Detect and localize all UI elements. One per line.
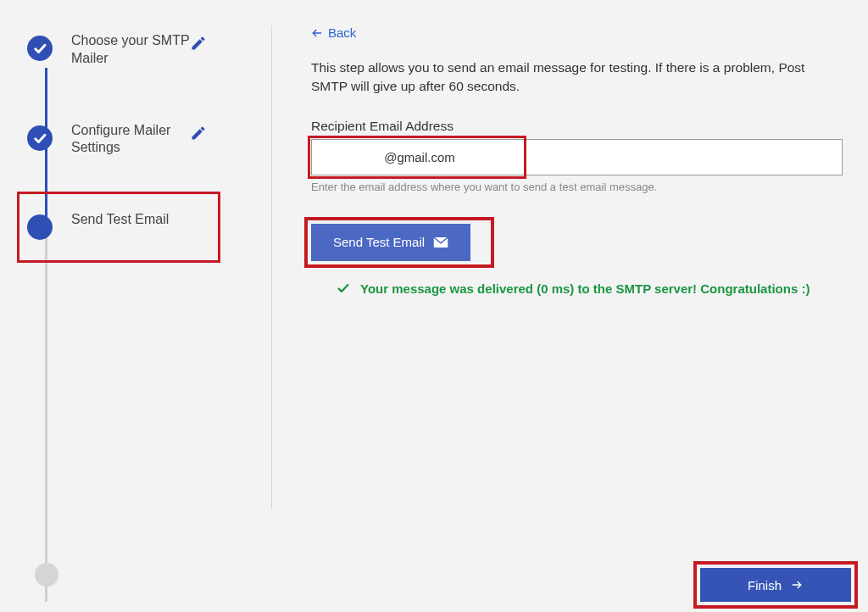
check-icon — [27, 36, 53, 61]
recipient-email-input[interactable] — [311, 139, 843, 175]
success-message: Your message was delivered (0 ms) to the… — [337, 281, 843, 296]
finish-button[interactable]: Finish — [700, 568, 851, 602]
finish-button-label: Finish — [748, 578, 782, 593]
back-link-label: Back — [328, 25, 356, 40]
wizard-step-configure-mailer[interactable]: Configure Mailer Settings — [19, 115, 271, 164]
check-icon — [337, 281, 350, 295]
step-label: Choose your SMTP Mailer — [71, 32, 190, 68]
current-step-dot-icon — [27, 214, 53, 240]
wizard-step-send-test-email[interactable]: Send Test Email — [19, 204, 271, 247]
step-label: Configure Mailer Settings — [71, 122, 190, 158]
recipient-email-label: Recipient Email Address — [311, 119, 843, 134]
wizard-sidebar: Choose your SMTP Mailer Configure Mailer… — [8, 25, 271, 604]
pencil-icon[interactable] — [190, 35, 207, 55]
step-end-dot-icon — [35, 559, 58, 587]
step-description: This step allows you to send an email me… — [311, 58, 837, 97]
send-test-email-button[interactable]: Send Test Email — [311, 224, 470, 261]
check-icon — [27, 125, 53, 151]
vertical-divider — [271, 25, 272, 509]
wizard-step-smtp-mailer[interactable]: Choose your SMTP Mailer — [19, 25, 271, 75]
recipient-email-helper: Enter the email address where you want t… — [311, 181, 843, 193]
main-content: Back This step allows you to send an ema… — [281, 25, 860, 604]
back-link[interactable]: Back — [311, 25, 356, 40]
arrow-right-icon — [790, 579, 804, 591]
send-test-email-button-label: Send Test Email — [333, 235, 425, 249]
pencil-icon[interactable] — [190, 125, 207, 145]
success-message-text: Your message was delivered (0 ms) to the… — [360, 281, 810, 296]
arrow-left-icon — [311, 27, 323, 39]
mail-icon — [433, 236, 448, 248]
step-label: Send Test Email — [71, 211, 190, 229]
